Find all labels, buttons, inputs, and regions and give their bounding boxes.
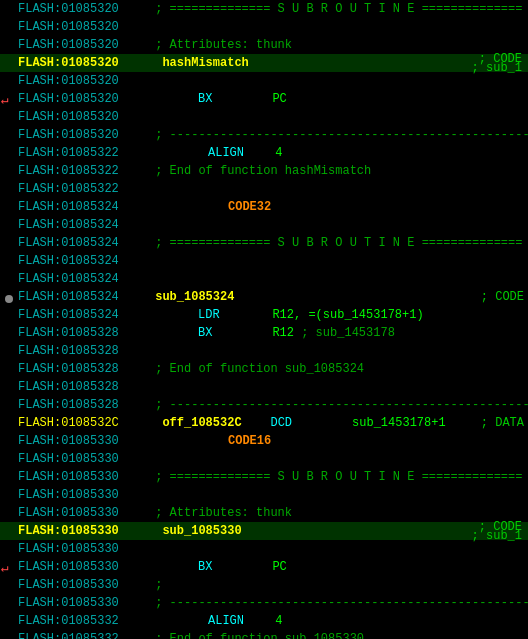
mnemonic-24: DCD	[270, 416, 330, 430]
directive-code16: CODE16	[228, 434, 271, 448]
line-22: FLASH:01085328	[0, 378, 528, 396]
line-33: FLASH:01085330 ;	[0, 576, 528, 594]
line-29: FLASH:01085330 ; Attributes: thunk	[0, 504, 528, 522]
line-16: FLASH:01085324	[0, 270, 528, 288]
addr-8: FLASH:01085320	[18, 128, 148, 142]
addr-22: FLASH:01085328	[18, 380, 148, 394]
addr-26: FLASH:01085330	[18, 452, 148, 466]
addr-17: FLASH:01085324	[18, 290, 148, 304]
label-sub1085330: sub_1085330	[155, 524, 241, 538]
addr-36: FLASH:01085332	[18, 632, 148, 639]
addr-33: FLASH:01085330	[18, 578, 148, 592]
separator-8: ; --------------------------------------…	[148, 128, 528, 142]
operand-19: R12	[272, 326, 294, 340]
line-25: FLASH:01085330 CODE16	[0, 432, 528, 450]
addr-12: FLASH:01085324	[18, 200, 148, 214]
addr-16: FLASH:01085324	[18, 272, 148, 286]
comment-21: ; End of function sub_1085324	[148, 362, 364, 376]
line-6: ↵ FLASH:01085320 BX PC	[0, 90, 528, 108]
addr-24: FLASH:0108532C	[18, 416, 148, 430]
line-15: FLASH:01085324	[0, 252, 528, 270]
mnemonic-35: ALIGN	[208, 614, 268, 628]
addr-7: FLASH:01085320	[18, 110, 148, 124]
mnemonic-32: BX	[198, 560, 258, 574]
line-34: FLASH:01085330 ; -----------------------…	[0, 594, 528, 612]
line-4: FLASH:01085320 hashMismatch ; CODE ; sub…	[0, 54, 528, 72]
line-20: FLASH:01085328	[0, 342, 528, 360]
line-35: FLASH:01085332 ALIGN 4	[0, 612, 528, 630]
addr-20: FLASH:01085328	[18, 344, 148, 358]
comment-10: ; End of function hashMismatch	[148, 164, 371, 178]
addr-11: FLASH:01085322	[18, 182, 148, 196]
addr-2: FLASH:01085320	[18, 20, 148, 34]
addr-9: FLASH:01085322	[18, 146, 148, 160]
data-badge-1: ; DATA	[481, 416, 528, 430]
addr-23: FLASH:01085328	[18, 398, 148, 412]
label-hashMismatch: hashMismatch	[155, 56, 249, 70]
addr-13: FLASH:01085324	[18, 218, 148, 232]
line-31: FLASH:01085330	[0, 540, 528, 558]
comment-19: ; sub_1453178	[294, 326, 395, 340]
addr-32: FLASH:01085330	[18, 560, 148, 574]
line-24: FLASH:0108532C off_108532C DCD sub_14531…	[0, 414, 528, 432]
addr-10: FLASH:01085322	[18, 164, 148, 178]
addr-21: FLASH:01085328	[18, 362, 148, 376]
separator-1: ; ============== S U B R O U T I N E ===…	[148, 2, 522, 16]
addr-25: FLASH:01085330	[18, 434, 148, 448]
separator-34: ; --------------------------------------…	[148, 596, 528, 610]
addr-28: FLASH:01085330	[18, 488, 148, 502]
operand-32: PC	[272, 560, 286, 574]
line-12: FLASH:01085324 CODE32	[0, 198, 528, 216]
code-badge-2: ; CODE	[481, 290, 528, 304]
mnemonic-9: ALIGN	[208, 146, 268, 160]
comment-33: ;	[148, 578, 162, 592]
addr-4: FLASH:01085320	[18, 56, 148, 70]
line-2: FLASH:01085320	[0, 18, 528, 36]
addr-30: FLASH:01085330	[18, 524, 148, 538]
addr-15: FLASH:01085324	[18, 254, 148, 268]
line-28: FLASH:01085330	[0, 486, 528, 504]
line-36: FLASH:01085332 ; End of function sub_108…	[0, 630, 528, 639]
arrow-left-icon-2: ↵	[1, 560, 9, 576]
addr-19: FLASH:01085328	[18, 326, 148, 340]
operand-24: sub_1453178+1	[352, 416, 446, 430]
addr-35: FLASH:01085332	[18, 614, 148, 628]
line-7: FLASH:01085320	[0, 108, 528, 126]
comment-29: ; Attributes: thunk	[148, 506, 292, 520]
label-off108532C: off_108532C	[155, 416, 241, 430]
addr-3: FLASH:01085320	[18, 38, 148, 52]
mnemonic-19: BX	[198, 326, 258, 340]
line-8: FLASH:01085320 ; -----------------------…	[0, 126, 528, 144]
addr-1: FLASH:01085320	[18, 2, 148, 16]
separator-27: ; ============== S U B R O U T I N E ===…	[148, 470, 522, 484]
operand-35: 4	[275, 614, 282, 628]
line-1: FLASH:01085320 ; ============== S U B R …	[0, 0, 528, 18]
line-23: FLASH:01085328 ; -----------------------…	[0, 396, 528, 414]
line-14: FLASH:01085324 ; ============== S U B R …	[0, 234, 528, 252]
line-9: FLASH:01085322 ALIGN 4	[0, 144, 528, 162]
line-17: FLASH:01085324 sub_1085324 ; CODE	[0, 288, 528, 306]
line-3: FLASH:01085320 ; Attributes: thunk	[0, 36, 528, 54]
line-11: FLASH:01085322	[0, 180, 528, 198]
label-sub1085324: sub_1085324	[148, 290, 234, 304]
comment-3: ; Attributes: thunk	[148, 38, 292, 52]
addr-29: FLASH:01085330	[18, 506, 148, 520]
operand-9: 4	[275, 146, 282, 160]
separator-23: ; --------------------------------------…	[148, 398, 528, 412]
addr-31: FLASH:01085330	[18, 542, 148, 556]
operand-6: PC	[272, 92, 286, 106]
mnemonic-6: BX	[198, 92, 258, 106]
addr-14: FLASH:01085324	[18, 236, 148, 250]
addr-6: FLASH:01085320	[18, 92, 148, 106]
mnemonic-18: LDR	[198, 308, 258, 322]
operand-18: R12, =(sub_1453178+1)	[272, 308, 423, 322]
line-18: FLASH:01085324 LDR R12, =(sub_1453178+1)	[0, 306, 528, 324]
line-19: FLASH:01085328 BX R12 ; sub_1453178	[0, 324, 528, 342]
directive-code32-1: CODE32	[228, 200, 271, 214]
code-view: FLASH:01085320 ; ============== S U B R …	[0, 0, 528, 639]
arrow-left-icon: ↵	[1, 92, 9, 108]
addr-5: FLASH:01085320	[18, 74, 148, 88]
line-30: FLASH:01085330 sub_1085330 ; CODE ; sub_…	[0, 522, 528, 540]
addr-27: FLASH:01085330	[18, 470, 148, 484]
addr-34: FLASH:01085330	[18, 596, 148, 610]
